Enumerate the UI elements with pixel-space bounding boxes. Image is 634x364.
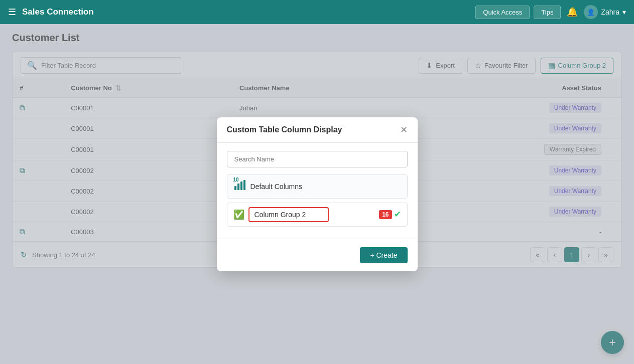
- svg-rect-1: [237, 184, 239, 190]
- column-name-input[interactable]: [248, 207, 329, 222]
- close-icon[interactable]: ✕: [400, 125, 408, 134]
- user-name: Zahra: [601, 8, 619, 16]
- column-group-edit-item: ✅ 16 ✕ ✔: [227, 203, 408, 227]
- avatar: 👤: [584, 5, 598, 19]
- modal-body: 10 Default Columns ✅ 16 ✕ ✔: [217, 143, 418, 239]
- edit-input-wrapper: 16: [248, 207, 378, 222]
- modal-search-input[interactable]: [227, 151, 408, 167]
- bell-icon[interactable]: 🔔: [565, 5, 580, 20]
- quick-access-button[interactable]: Quick Access: [475, 6, 530, 19]
- page-content: Customer List 🔍 ⬇ Export ☆ Favourite Fil…: [0, 24, 634, 364]
- svg-rect-0: [234, 186, 236, 190]
- default-columns-item: 10 Default Columns: [227, 174, 408, 199]
- topnav-right-section: Quick Access Tips 🔔 👤 Zahra ▾: [475, 5, 626, 20]
- custom-column-modal: Custom Table Column Display ✕: [217, 117, 418, 271]
- menu-icon[interactable]: ☰: [8, 7, 16, 18]
- confirm-icon[interactable]: ✔: [394, 209, 401, 220]
- chevron-down-icon: ▾: [622, 8, 626, 16]
- column-count-icon: 10: [233, 179, 245, 194]
- svg-rect-2: [240, 181, 242, 190]
- top-navigation: ☰ Sales Connection Quick Access Tips 🔔 👤…: [0, 0, 634, 24]
- modal-header: Custom Table Column Display ✕: [217, 117, 418, 143]
- default-columns-label: Default Columns: [250, 183, 303, 191]
- column-count-badge: 16: [379, 210, 392, 219]
- user-menu[interactable]: 👤 Zahra ▾: [584, 5, 626, 19]
- modal-title: Custom Table Column Display: [227, 125, 342, 134]
- modal-overlay: Custom Table Column Display ✕: [0, 24, 634, 364]
- svg-rect-3: [243, 180, 245, 190]
- tips-button[interactable]: Tips: [534, 6, 561, 19]
- modal-footer: + Create: [217, 239, 418, 271]
- app-title: Sales Connection: [22, 7, 469, 17]
- check-icon: ✅: [233, 209, 244, 220]
- create-button[interactable]: + Create: [360, 247, 407, 263]
